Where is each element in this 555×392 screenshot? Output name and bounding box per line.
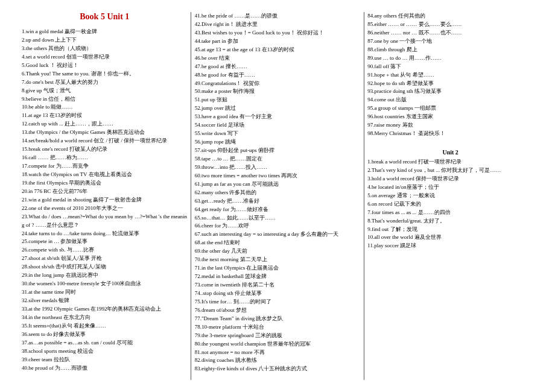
unit1-entry: 86.neither …… nor … 既不……也不…… — [364, 29, 537, 37]
unit1-entry: 16.call …… 把……称为…… — [18, 154, 191, 162]
unit1-entry: 37.as…as possible = as…as sb. can / coul… — [18, 339, 191, 347]
unit1-entry: 15.break one's record 打破某人的纪录 — [18, 145, 191, 154]
unit1-entry: 12.catch up with ... 赶上……，跟上…… — [18, 120, 191, 128]
unit1-entry: 70.the next morning 第二天早上 — [191, 256, 364, 264]
unit1-entry: 84.any others 任何其他的 — [364, 12, 537, 21]
unit1-entry: 90.fall off 落下 — [364, 63, 537, 71]
unit1-entry: 94.come out 出版 — [364, 96, 537, 104]
unit1-entry: 72.medal in basketball 篮球金牌 — [191, 273, 364, 281]
unit1-entry: 82.diving coaches 跳水教练 — [191, 356, 364, 365]
unit1-entry: 65.so…that… 如此……以至于…… — [191, 214, 364, 223]
unit1-entry: 25.compete in … 参加做某事 — [18, 238, 191, 246]
blank — [364, 138, 537, 147]
unit1-entry: 81.not anymore = no more 不再 — [191, 349, 364, 357]
unit1-entry: 2.up and down 上上下下 — [18, 36, 191, 45]
unit1-entry: 92.hope to do sth 希望做某事 — [364, 80, 537, 88]
unit1-entry: 53.have a good idea 有一个好主意 — [191, 113, 364, 121]
unit1-entry: 32.silver medals 银牌 — [18, 297, 191, 305]
unit1-entry: 44.take part in 参加 — [191, 37, 364, 46]
unit1-entry: 64.get ready for 为……做好准备 — [191, 206, 364, 214]
unit2-entry: 8.That's wonderful/great. 太好了。 — [364, 217, 537, 226]
unit1-entry: 14.set/break/hold a world record 创立 / 打破… — [18, 137, 191, 145]
unit2-entry: 9.find out 了解；发现 — [364, 226, 537, 234]
unit1-entry: 28.shoot sb/sth 击中或打死某人/某物 — [18, 263, 191, 271]
unit1-entry: 33.at the 1992 Olympic Games 在1992年的奥林匹克… — [18, 305, 191, 314]
unit1-entry: 97.raise money 筹款 — [364, 121, 537, 130]
unit1-entry: 27.shoot at sb/sth 朝某人/某事 开枪 — [18, 254, 191, 263]
unit1-entry: 59.throw…into 把……投入…… — [191, 163, 364, 172]
unit1-entry: 5.Good luck ！ 祝好运！ — [18, 62, 191, 70]
unit1-entry: 9.believe in 信任，相信 — [18, 95, 191, 104]
unit1-entry: 47.be good at 擅长…… — [191, 63, 364, 71]
unit1-entry: 63.get…ready 把……准备好 — [191, 197, 364, 206]
unit1-entry: 30.the women's 100-metre freestyle 女子100… — [18, 280, 191, 288]
unit1-entry: 11.at age 13 在13岁的时候 — [18, 112, 191, 120]
unit1-entry: 61.jump as far as you can 尽可能跳远 — [191, 180, 364, 189]
unit1-entry: 34.in the northeast 在东北方向 — [18, 314, 191, 322]
unit1-entry: 52.jump over 跳过 — [191, 104, 364, 113]
unit2-entry: 11.play soccer 踢足球 — [364, 242, 537, 250]
unit1-entry: 40.be proud of 为……而骄傲 — [18, 364, 191, 373]
unit1-entry: 31.at the same time 同时 — [18, 288, 191, 297]
unit1-entry: 98.Merry Christmas！ 圣诞快乐！ — [364, 130, 537, 138]
unit1-entry: 13.the Olympics / the Olympic Games 奥林匹克… — [18, 128, 191, 137]
unit1-entry: 35.It seems+(that)从句 看起来像…… — [18, 322, 191, 330]
unit1-entry: 66.cheer for 为……欢呼 — [191, 222, 364, 230]
unit1-entry: 89.use … to do … 用……作…… — [364, 54, 537, 63]
unit2-entry: 3.hold a world record 保持一项世界记录 — [364, 175, 537, 183]
unit1-entry: 4.set a world record 创造一项世界纪录 — [18, 53, 191, 62]
unit1-entry: 78.10-metre platform 十米站台 — [191, 323, 364, 332]
unit1-entry: 51.put up 张贴 — [191, 96, 364, 104]
book-unit-title: Book 5 Unit 1 — [18, 12, 191, 22]
unit1-entry: 95.a group of stamps 一组邮票 — [364, 104, 537, 113]
unit1-entry: 3.the others 其他的（人或物） — [18, 45, 191, 53]
unit1-entry: 62.many others 许多其他的 — [191, 189, 364, 197]
page-content: Book 5 Unit 1 1.win a gold medal 赢得一枚金牌2… — [0, 0, 555, 392]
unit1-entry: 77."Dream Team" in diving 跳水梦之队 — [191, 315, 364, 323]
unit1-entry: 60.two more times = another two times 再两… — [191, 172, 364, 180]
unit2-entry: 6.on record 记载下来的 — [364, 200, 537, 209]
unit1-entry: 19.the first Olympics 早期的奥运会 — [18, 179, 191, 188]
unit1-entry: 22.one of the events of 2010 2010年大事之一 — [18, 204, 191, 213]
unit1-entry: 6.Thank you! The same to you. 谢谢！你也一样。 — [18, 70, 191, 78]
unit1-entry: 43.Best wishes to you！= Good luck to you… — [191, 29, 364, 37]
unit1-entry: 75.It's time for… 到……的时间了 — [191, 298, 364, 306]
unit1-entry: 20.in 776 BC 在公元前776年 — [18, 188, 191, 196]
unit1-entry: 55.write down 写下 — [191, 130, 364, 138]
unit1-entry: 54.soccer field 足球场 — [191, 121, 364, 130]
unit1-entry: 67.such an interesting day = so interest… — [191, 230, 364, 239]
unit1-entry: 58.tape …to … 把……固定在 — [191, 155, 364, 163]
unit1-entry: 38.school sports meeting 校运会 — [18, 347, 191, 356]
unit1-entry: 83.eighty-five kinds of dives 八十五种跳水的方式 — [191, 365, 364, 373]
unit1-entry: 7.do one's best 尽某人最大的努力 — [18, 78, 191, 87]
unit1-entry: 48.be good for 有益于…… — [191, 71, 364, 80]
unit1-entry: 88.climb through 爬上 — [364, 46, 537, 54]
unit1-entry: 87.one by one 一个接一个地 — [364, 37, 537, 46]
unit1-entry: 93.practice doing sth 练习做某事 — [364, 87, 537, 96]
unit1-entry: 74..stop doing sth 停止做某事 — [191, 289, 364, 298]
unit1-entry: 29.in the long jump 在跳远比赛中 — [18, 271, 191, 280]
unit1-entry: 46.be over 结束 — [191, 54, 364, 63]
unit1-entry: 41.be the pride of ……是……的骄傲 — [191, 12, 364, 21]
unit2-entry: 2.That's very kind of you，but ... 你对我太好了… — [364, 166, 537, 175]
unit1-entry: 45.at age 13 = at the age of 13 在13岁的时候 — [191, 46, 364, 54]
unit1-entry: 80.the youngest world champion 世界最年轻的冠军 — [191, 340, 364, 349]
unit1-entry: 71.in the last Olympics 在上届奥运会 — [191, 264, 364, 273]
unit1-entry: 85.either …… or …… 要么……要么…… — [364, 21, 537, 29]
unit1-entry: 96.host countries 东道主国家 — [364, 113, 537, 121]
unit2-title: Unit 2 — [364, 149, 537, 156]
unit1-entry: 76.dream of/about 梦想 — [191, 306, 364, 315]
unit1-entry: 73.come in twentieth 排名第二十名 — [191, 281, 364, 289]
unit1-entry: 49.Congratulations！ 祝贺你 — [191, 80, 364, 88]
unit1-entry: 36.seem to do 好像去做某事 — [18, 330, 191, 339]
unit2-entry: 4.be located in/on座落于；位于 — [364, 183, 537, 192]
unit1-entry: 79.the 3-metre springboard 三米的跳板 — [191, 332, 364, 340]
unit1-entry: 50.make a poster 制作海报 — [191, 87, 364, 96]
unit1-entry: 23.What do / does …mean?=What do you mea… — [18, 213, 191, 230]
unit1-entry: 26.compete with sb. 与……比赛 — [18, 246, 191, 254]
unit1-entry: 17.compete for 为……而竞争 — [18, 162, 191, 171]
unit1-entry: 18.watch the Olympics on TV 在电视上看奥运会 — [18, 171, 191, 179]
unit1-entry: 10.be able to 能做…… — [18, 103, 191, 112]
unit1-entry: 68.at the end 结束时 — [191, 239, 364, 247]
unit1-entry: 91.hope + that 从句 希望…… — [364, 71, 537, 80]
